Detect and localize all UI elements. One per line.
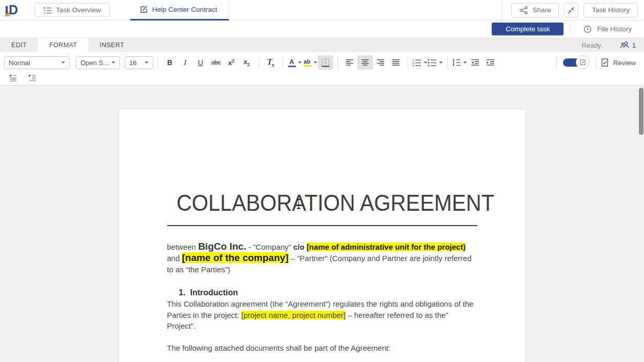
- font-size-value: 16: [129, 59, 136, 67]
- numbered-list-button[interactable]: 1 2 3: [412, 55, 428, 70]
- vertical-scrollbar-thumb[interactable]: [639, 88, 643, 135]
- divider: [337, 56, 338, 69]
- superscript-glyph: x2: [228, 58, 234, 67]
- align-center-button[interactable]: [357, 55, 373, 70]
- edit-mode-toggle[interactable]: [563, 58, 585, 67]
- paragraph-style-select[interactable]: Normal: [4, 56, 70, 69]
- text-run: c/o: [293, 243, 307, 251]
- document-body: between BigCo Inc. - “Company” c/o [name…: [167, 241, 477, 354]
- task-overview-button[interactable]: Task Overview: [35, 3, 110, 17]
- text-cursor-icon: [296, 198, 301, 209]
- align-right-button[interactable]: [373, 55, 388, 70]
- text-run: BigCo Inc.: [198, 241, 246, 252]
- review-button[interactable]: Review: [600, 58, 636, 67]
- document-page[interactable]: COLLABORATION AGREEMENT between BigCo In…: [118, 109, 526, 362]
- chevron-down-icon: [111, 62, 115, 64]
- underline-button[interactable]: U: [193, 55, 208, 70]
- ribbon-tab-bar: EDIT FORMAT INSERT Ready. 1: [0, 37, 644, 52]
- chevron-down-icon: [61, 62, 65, 64]
- logo-letter: D: [9, 4, 18, 16]
- bullet-list-button[interactable]: [428, 55, 443, 70]
- document-paragraph: The following attached documents shall b…: [167, 343, 477, 354]
- collapse-arrows-icon: [568, 7, 575, 14]
- ribbon-status: Ready. 1: [582, 38, 644, 52]
- font-size-select[interactable]: 16: [125, 56, 153, 69]
- highlight-icon: ab: [304, 59, 311, 67]
- text-color-button[interactable]: A: [287, 55, 303, 70]
- decrease-indent-button[interactable]: [467, 55, 482, 70]
- borders-button[interactable]: [318, 55, 333, 70]
- tab-format[interactable]: FORMAT: [38, 38, 88, 52]
- align-left-button[interactable]: [342, 55, 357, 70]
- collaborator-count: 1: [632, 42, 636, 49]
- bold-button[interactable]: B: [162, 55, 177, 70]
- collaborators-indicator[interactable]: 1: [620, 41, 636, 49]
- title-rule: [167, 225, 477, 226]
- italic-button[interactable]: I: [177, 55, 193, 70]
- share-button[interactable]: Share: [511, 3, 559, 17]
- list-style-button[interactable]: [8, 71, 19, 85]
- align-justify-icon: [392, 59, 400, 66]
- clear-formatting-glyph: Tx: [267, 57, 274, 68]
- tab-insert[interactable]: INSERT: [88, 38, 135, 52]
- subscript-button[interactable]: x2: [239, 55, 254, 70]
- toolbar-row-1: Normal Open S... 16 B I U abc x2 x2 Tx A: [4, 54, 640, 71]
- document-scroll-area[interactable]: COLLABORATION AGREEMENT between BigCo In…: [0, 85, 644, 362]
- align-center-icon: [361, 59, 369, 66]
- logo-triangle-icon: [4, 11, 10, 16]
- task-overview-label: Task Overview: [56, 6, 101, 14]
- bullet-list-icon: [428, 58, 437, 67]
- top-bar-actions: Share Task History: [501, 0, 644, 20]
- align-justify-button[interactable]: [388, 55, 404, 70]
- clock-history-icon: [583, 25, 592, 34]
- document-title: COLLABORATION AGREEMENT: [176, 190, 468, 216]
- file-history-button[interactable]: File History: [571, 25, 644, 34]
- line-spacing-icon: [452, 58, 461, 67]
- task-history-button[interactable]: Task History: [583, 3, 638, 17]
- review-label: Review: [613, 59, 636, 67]
- document-heading: 1. Introduction: [179, 287, 477, 298]
- text-run: - “Company”: [246, 243, 293, 251]
- increase-indent-button[interactable]: [482, 55, 498, 70]
- superscript-button[interactable]: x2: [224, 55, 239, 70]
- font-family-value: Open S...: [80, 59, 109, 67]
- task-history-label: Task History: [592, 6, 630, 14]
- review-check-icon: [600, 58, 609, 67]
- subscript-glyph: x2: [244, 58, 250, 67]
- strikethrough-button[interactable]: abc: [208, 55, 224, 70]
- divider: [447, 56, 448, 69]
- font-family-select[interactable]: Open S...: [76, 56, 120, 69]
- clear-formatting-button[interactable]: Tx: [263, 55, 278, 70]
- app-logo[interactable]: D: [0, 0, 24, 21]
- chevron-down-icon: [424, 62, 428, 64]
- outdent-icon: [471, 59, 479, 66]
- text-color-icon: A: [288, 58, 296, 67]
- file-history-label: File History: [597, 25, 632, 33]
- top-bar: D Task Overview Help Center Contract: [0, 0, 644, 21]
- toggle-knob: [576, 55, 590, 69]
- share-label: Share: [532, 6, 551, 14]
- highlight-color-button[interactable]: ab: [303, 55, 318, 70]
- svg-text:3: 3: [412, 64, 414, 67]
- text-run: 1. Introduction: [179, 288, 238, 297]
- status-text: Ready.: [582, 42, 602, 49]
- action-bar-right: Complete task File History: [492, 21, 644, 37]
- text-run: between: [167, 243, 198, 251]
- align-left-icon: [346, 59, 354, 66]
- document-tab-active[interactable]: Help Center Contract: [130, 0, 229, 21]
- complete-task-button[interactable]: Complete task: [492, 23, 564, 35]
- tab-edit[interactable]: EDIT: [0, 38, 38, 52]
- document-paragraph: between BigCo Inc. - “Company” c/o [name…: [167, 241, 477, 275]
- format-toolbar: Normal Open S... 16 B I U abc x2 x2 Tx A: [0, 52, 644, 85]
- list-indent-style-button[interactable]: [27, 71, 38, 85]
- divider: [157, 56, 158, 69]
- collapse-button[interactable]: [564, 3, 578, 17]
- line-spacing-button[interactable]: [452, 55, 467, 70]
- divider: [283, 56, 283, 69]
- document-paragraph: This Collaboration agreement (the “Agree…: [167, 298, 477, 332]
- highlighted-placeholder: [name of the company]: [182, 252, 289, 263]
- divider: [229, 0, 229, 20]
- divider: [408, 56, 408, 69]
- text-run: The following attached documents shall b…: [167, 344, 391, 352]
- edit-doc-icon: [139, 5, 148, 14]
